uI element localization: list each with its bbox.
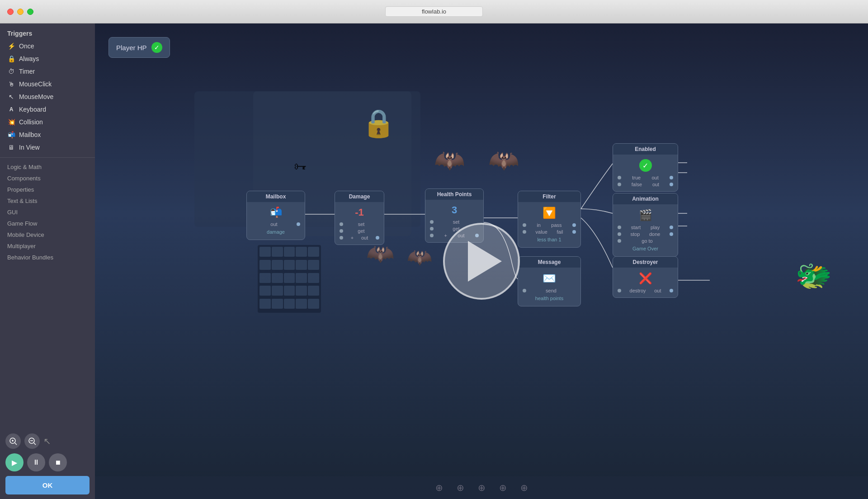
sidebar-item-timer[interactable]: ⏱ Timer [0,65,95,78]
damage-get-port[interactable] [340,229,343,233]
bat-creature-4: 🦇 [407,245,432,269]
sidebar-item-inview-label: In View [19,144,40,151]
ok-button[interactable]: OK [5,476,90,494]
filter-in-label: in [537,222,541,228]
sidebar-item-multiplayer[interactable]: Multiplayer [0,240,95,252]
dark-creature: 🐲 [795,259,832,293]
sidebar-item-logic[interactable]: Logic & Math [0,161,95,173]
filter-label: less than 1 [523,236,576,245]
message-send-port[interactable] [523,289,526,292]
animation-node-body: 🎬 start play stop done go to [613,204,678,256]
toolbar-icon-1[interactable]: ⊕ [435,482,443,493]
sidebar-item-inview[interactable]: 🖥 In View [0,141,95,154]
player-hp-label: Player HP [116,44,147,52]
damage-set-label: set [358,221,365,227]
pause-button[interactable]: ⏸ [27,453,45,471]
sidebar-item-always[interactable]: 🔒 Always [0,52,95,65]
destroyer-destroy-row: destroy out [618,288,673,293]
enabled-false-out-label: out [652,182,659,187]
close-button[interactable] [7,9,14,15]
hp-plus-port[interactable] [430,234,434,237]
enabled-true-out-port[interactable] [670,176,673,179]
sidebar-item-mailbox-label: Mailbox [19,131,41,138]
hp-value: 3 [430,202,479,218]
hp-get-port[interactable] [430,227,434,231]
canvas-area[interactable]: 🔒 🗝 🦇 🦇 🦇 🦇 🐲 // Rendered inline below P… [95,24,868,499]
sidebar-item-gui[interactable]: GUI [0,207,95,218]
sidebar-item-mouseclick[interactable]: 🖱 MouseClick [0,78,95,90]
enabled-node-title: Enabled [613,144,678,155]
filter-pass-port[interactable] [572,223,576,227]
filter-fail-port[interactable] [572,230,576,234]
sidebar-item-once-label: Once [19,42,34,50]
sidebar-item-bundles[interactable]: Behavior Bundles [0,252,95,263]
node-animation[interactable]: Animation 🎬 start play stop done g [613,193,678,257]
play-icon: ▶ [12,458,17,467]
sidebar-item-text[interactable]: Text & Lists [0,195,95,207]
filter-in-port[interactable] [523,223,526,227]
destroyer-destroy-port[interactable] [618,289,621,292]
animation-done-port[interactable] [670,232,673,236]
filter-node-title: Filter [518,191,580,202]
toolbar-icon-2[interactable]: ⊕ [457,482,464,493]
damage-plus-port[interactable] [340,236,343,240]
sidebar-item-mobile[interactable]: Mobile Device [0,229,95,240]
sidebar-item-mousemove-label: MouseMove [19,93,53,100]
inview-icon: 🖥 [7,143,15,151]
animation-goto-port[interactable] [618,239,621,243]
animation-node-title: Animation [613,193,678,204]
animation-done-label: done [649,231,660,237]
stop-button[interactable]: ⏹ [49,453,67,471]
enabled-node-body: ✓ true out false out [613,155,678,191]
sidebar-item-mousemove[interactable]: ↖ MouseMove [0,90,95,103]
mailbox-out-port[interactable] [297,222,300,226]
node-destroyer[interactable]: Destroyer ❌ destroy out [613,256,678,298]
damage-set-port[interactable] [340,222,343,226]
sidebar-item-collision[interactable]: 💥 Collision [0,116,95,128]
node-damage[interactable]: Damage -1 set get + out [335,191,384,245]
maximize-button[interactable] [27,9,33,15]
hp-set-port[interactable] [430,220,434,224]
minimize-button[interactable] [17,9,24,15]
play-button[interactable]: ▶ [5,453,24,471]
enabled-false-out-port[interactable] [670,183,673,186]
sidebar-item-mouseclick-label: MouseClick [19,80,52,88]
destroyer-out-port[interactable] [670,289,673,292]
collision-icon: 💥 [7,118,15,126]
node-message[interactable]: Message ✉️ send health points [518,256,581,306]
mailbox-icon: 📬 [7,131,15,139]
lock-icon: 🔒 [362,107,396,139]
node-filter[interactable]: Filter 🔽 in pass value fail less than 1 [518,191,581,248]
animation-start-port[interactable] [618,226,621,229]
damage-node-body: -1 set get + out [335,202,384,245]
filter-value-port[interactable] [523,230,526,234]
damage-value: -1 [340,205,379,220]
node-enabled[interactable]: Enabled ✓ true out false out [613,143,678,192]
zoom-in-button[interactable] [5,433,21,449]
zoom-out-button[interactable] [24,433,40,449]
sidebar-item-components[interactable]: Components [0,173,95,184]
filter-pass-label: pass [551,222,561,228]
sidebar-item-once[interactable]: ⚡ Once [0,40,95,52]
filter-in-row: in pass [523,222,576,228]
toolbar-icon-5[interactable]: ⊕ [520,482,528,493]
enabled-true-port[interactable] [618,176,621,179]
sidebar-item-gameflow[interactable]: Game Flow [0,218,95,229]
hp-node-title: Health Points [425,189,483,200]
play-overlay-button[interactable] [443,223,520,300]
sidebar-item-keyboard-label: Keyboard [19,106,46,113]
filter-value-row: value fail [523,229,576,235]
sidebar-item-properties[interactable]: Properties [0,184,95,195]
hp-set-label: set [453,219,460,225]
enabled-false-port[interactable] [618,183,621,186]
node-mailbox[interactable]: Mailbox 📬 out damage [246,191,305,240]
toolbar-icon-3[interactable]: ⊕ [478,482,486,493]
toolbar-icon-4[interactable]: ⊕ [499,482,507,493]
mailbox-node-title: Mailbox [247,191,305,202]
animation-stop-port[interactable] [618,232,621,236]
always-icon: 🔒 [7,55,15,63]
animation-play-port[interactable] [670,226,673,229]
damage-out-port[interactable] [376,236,379,240]
sidebar-item-keyboard[interactable]: A Keyboard [0,103,95,116]
sidebar-item-mailbox[interactable]: 📬 Mailbox [0,128,95,141]
